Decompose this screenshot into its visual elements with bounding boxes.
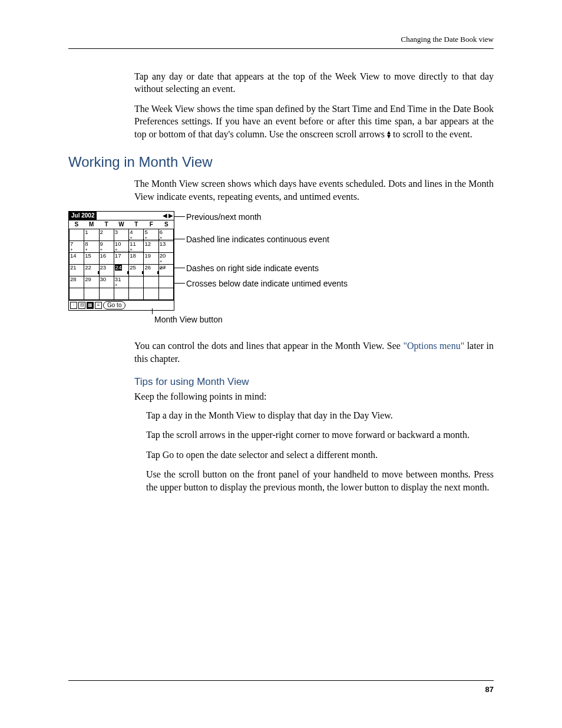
callout-crosses: Crosses below date indicate untimed even… [186,278,363,289]
week-view-icon[interactable]: ⊟ [78,302,85,309]
tip-item: Use the scroll button on the front panel… [146,468,494,493]
calendar-grid[interactable]: 123 4+ 5+ 6+ 7+ 8+ 9+ 10+ 11+ 1213 14151… [69,229,174,300]
callout-dashes-right: Dashes on right side indicate events [186,263,319,274]
month-view-button-caption: Month View button [154,314,494,325]
prev-month-button[interactable]: ◀ [162,212,168,220]
agenda-view-icon[interactable]: ≡ [95,302,102,309]
tip-item: Tap a day in the Month View to display t… [146,409,494,422]
callout-dashed-line: Dashed line indicates continuous event [186,234,329,245]
text: to scroll to the event. [391,129,472,139]
goto-button[interactable]: Go to [103,301,125,309]
month-view-screenshot: Jul 2002 ◀ ▶ S M T W T F S 123 4+ 5+ 6+ [68,211,174,311]
dow: S [69,220,84,229]
text: You can control the dots and lines that … [134,341,403,351]
tip-item: Tap Go to open the date selector and sel… [146,449,494,462]
dow: M [84,220,98,229]
today-cell[interactable]: 24 [115,265,123,271]
dow: T [99,220,114,229]
paragraph: The Month View screen shows which days h… [134,177,494,203]
heading-month-view: Working in Month View [68,153,494,172]
paragraph: Tap any day or date that appears at the … [134,70,494,95]
page-content: Tap any day or date that appears at the … [0,49,562,494]
callout-prev-next: Previous/next month [186,212,262,223]
paragraph: The Week View shows the time span define… [134,103,494,141]
bottom-bar: · ⊟ ▦ ≡ Go to [69,300,174,310]
month-view-icon[interactable]: ▦ [87,302,94,309]
tip-item: Tap the scroll arrows in the upper-right… [146,429,494,442]
page-header: Changing the Date Book view [0,0,562,45]
paragraph: Keep the following points in mind: [134,390,494,403]
link-options-menu[interactable]: "Options menu" [403,341,464,351]
paragraph: You can control the dots and lines that … [134,340,494,365]
next-month-button[interactable]: ▶ [168,212,174,220]
dow: W [114,220,128,229]
day-view-icon[interactable]: · [70,302,77,309]
page-number: 87 [68,684,494,695]
dow: T [129,220,144,229]
figure-month-view: Jul 2002 ◀ ▶ S M T W T F S 123 4+ 5+ 6+ [68,211,494,311]
dow: S [159,220,174,229]
titlebar: Jul 2002 ◀ ▶ [69,212,174,220]
dow: F [144,220,158,229]
footer-rule [68,680,494,681]
heading-tips: Tips for using Month View [134,375,494,389]
day-headers: S M T W T F S [69,220,174,229]
title-label: Jul 2002 [69,212,97,220]
